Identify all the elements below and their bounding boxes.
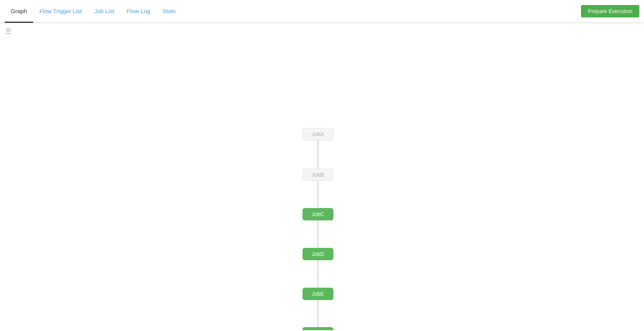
job-node-jobA[interactable]: JobA [302,128,333,140]
job-node-jobF[interactable]: JobF [302,327,333,330]
main-content: ☰ JobAJobBJobCJobDJobEJobF [0,23,644,330]
tab-job-list[interactable]: Job List [88,0,121,23]
prepare-execution-button[interactable]: Prepare Execution [581,5,639,17]
tab-stats[interactable]: Stats [156,0,182,23]
list-icon[interactable]: ☰ [5,27,12,36]
tab-flow-trigger-list[interactable]: Flow Trigger List [33,0,88,23]
job-node-jobB[interactable]: JobB [302,169,333,181]
job-node-jobE[interactable]: JobE [302,288,333,300]
graph-area: JobAJobBJobCJobDJobEJobF [0,39,644,330]
tab-graph[interactable]: Graph [5,0,33,23]
toolbar: ☰ [0,23,644,39]
tab-bar: Graph Flow Trigger List Job List Flow Lo… [0,0,644,23]
job-node-jobD[interactable]: JobD [302,248,333,260]
graph-svg [0,39,644,330]
job-node-jobC[interactable]: JobC [302,208,333,220]
tab-flow-log[interactable]: Flow Log [120,0,156,23]
